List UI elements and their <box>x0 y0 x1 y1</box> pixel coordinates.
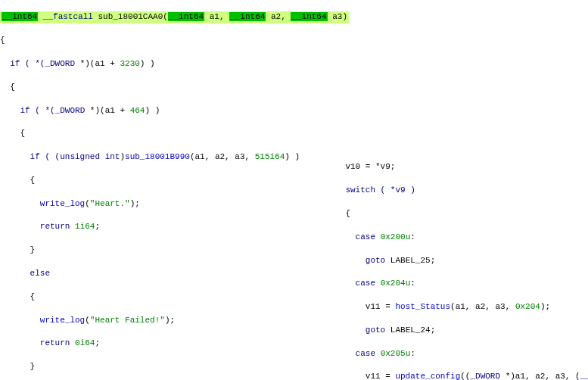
code-line: write_log("Heart."); <box>0 198 318 210</box>
code-line: } <box>0 245 318 256</box>
code-line: if ( *(_DWORD *)(a1 + 464) ) <box>0 105 318 117</box>
return-type: __int64 <box>2 12 38 21</box>
code-line: goto LABEL_24; <box>325 325 588 336</box>
code-line: case 0x200u: <box>325 232 588 243</box>
code-line: { <box>0 128 318 139</box>
code-line: { <box>0 35 318 46</box>
calling-convention: __fastcall <box>43 12 93 21</box>
right-code-pane: v10 = *v9; switch ( *v9 ) { case 0x200u:… <box>325 150 588 380</box>
code-line: { <box>0 175 318 186</box>
code-line: case 0x205u: <box>325 348 588 360</box>
code-line: { <box>0 291 318 303</box>
code-line: goto LABEL_25; <box>325 255 588 266</box>
code-line: else <box>0 268 318 279</box>
code-line: v11 = update_config((_DWORD *)a1, a2, a3… <box>325 371 588 380</box>
code-line: { <box>0 82 318 93</box>
code-line: v10 = *v9; <box>325 161 588 173</box>
code-line: v11 = host_Status(a1, a2, a3, 0x204); <box>325 301 588 313</box>
code-line: case 0x204u: <box>325 278 588 289</box>
code-line: { <box>325 208 588 220</box>
code-line: } <box>0 361 318 372</box>
left-code-pane: __int64 __fastcall sub_18001CAA0(__int64… <box>0 0 318 380</box>
function-name: sub_18001CAA0 <box>98 12 163 21</box>
code-line: switch ( *v9 ) <box>325 185 588 196</box>
code-line: return 0i64; <box>0 338 318 349</box>
code-line: write_log("Heart Failed!"); <box>0 315 318 326</box>
code-line: if ( (unsigned int)sub_18001B990(a1, a2,… <box>0 151 318 163</box>
code-line: if ( *(_DWORD *)(a1 + 3230) ) <box>0 58 318 70</box>
code-line: return 1i64; <box>0 221 318 232</box>
function-declaration: __int64 __fastcall sub_18001CAA0(__int64… <box>0 11 318 23</box>
